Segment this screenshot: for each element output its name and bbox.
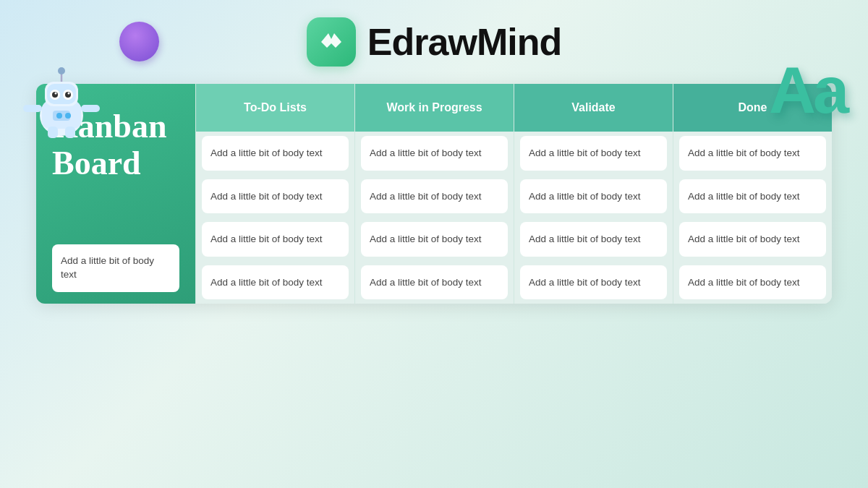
svg-rect-16 [81, 105, 100, 112]
col-cards-done: Add a little bit of body textAdd a littl… [673, 132, 832, 304]
col-cards-wip: Add a little bit of body textAdd a littl… [355, 132, 514, 304]
deco-bubble [119, 22, 159, 61]
kanban-card[interactable]: Add a little bit of body text [202, 136, 349, 171]
col-header-wip: Work in Progress [355, 84, 514, 132]
app-logo [307, 17, 356, 67]
svg-rect-15 [23, 105, 42, 112]
kanban-card[interactable]: Add a little bit of body text [520, 222, 667, 257]
kanban-card[interactable]: Add a little bit of body text [202, 265, 349, 300]
svg-point-3 [56, 113, 62, 119]
kanban-card[interactable]: Add a little bit of body text [679, 265, 826, 300]
kanban-columns: To-Do ListsAdd a little bit of body text… [195, 84, 832, 304]
kanban-card[interactable]: Add a little bit of body text [361, 179, 508, 214]
kanban-card[interactable]: Add a little bit of body text [202, 179, 349, 214]
kanban-col-validate: ValidateAdd a little bit of body textAdd… [514, 84, 673, 304]
col-header-validate: Validate [514, 84, 673, 132]
svg-rect-18 [65, 127, 75, 138]
svg-point-14 [58, 67, 65, 74]
kanban-card[interactable]: Add a little bit of body text [679, 136, 826, 171]
col-header-todo: To-Do Lists [196, 84, 354, 132]
kanban-col-todo: To-Do ListsAdd a little bit of body text… [195, 84, 354, 304]
svg-point-4 [65, 113, 71, 119]
kanban-card[interactable]: Add a little bit of body text [361, 136, 508, 171]
kanban-board: Kanban Board Add a little bit of body te… [36, 84, 832, 304]
kanban-card[interactable]: Add a little bit of body text [520, 136, 667, 171]
col-cards-validate: Add a little bit of body textAdd a littl… [514, 132, 673, 304]
kanban-card[interactable]: Add a little bit of body text [520, 265, 667, 300]
kanban-card[interactable]: Add a little bit of body text [520, 179, 667, 214]
svg-rect-17 [48, 127, 58, 138]
deco-robot [22, 61, 101, 141]
kanban-card[interactable]: Add a little bit of body text [679, 179, 826, 214]
kanban-title-bottom-card[interactable]: Add a little bit of body text [52, 244, 179, 292]
kanban-card[interactable]: Add a little bit of body text [361, 265, 508, 300]
deco-typography-icon: Aa [769, 58, 846, 123]
kanban-card[interactable]: Add a little bit of body text [679, 222, 826, 257]
col-cards-todo: Add a little bit of body textAdd a littl… [196, 132, 354, 304]
kanban-col-wip: Work in ProgressAdd a little bit of body… [354, 84, 514, 304]
kanban-card[interactable]: Add a little bit of body text [361, 222, 508, 257]
svg-point-12 [68, 93, 70, 95]
app-title: EdrawMind [367, 20, 561, 64]
kanban-card[interactable]: Add a little bit of body text [202, 222, 349, 257]
svg-point-11 [55, 93, 57, 95]
